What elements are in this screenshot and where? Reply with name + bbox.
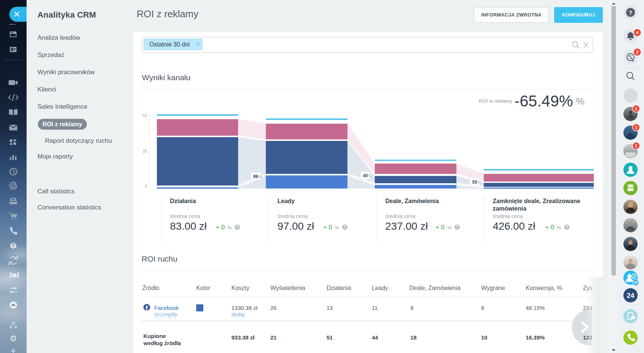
svg-text:1: 1 — [635, 144, 637, 148]
svg-text:%: % — [368, 174, 371, 178]
svg-text:%: % — [477, 180, 481, 184]
svg-text:25: 25 — [143, 149, 147, 153]
svg-text:24: 24 — [627, 292, 634, 299]
svg-text:%: % — [258, 175, 262, 179]
svg-text:1: 1 — [635, 106, 637, 111]
svg-text:86: 86 — [253, 174, 258, 179]
svg-text:4: 4 — [636, 30, 639, 35]
svg-text:51: 51 — [143, 113, 147, 118]
svg-text:55: 55 — [472, 179, 477, 185]
svg-text:1: 1 — [635, 125, 637, 130]
svg-text:0: 0 — [145, 184, 147, 188]
svg-text:2: 2 — [636, 50, 638, 54]
svg-text:?: ? — [629, 9, 632, 16]
svg-text:40: 40 — [363, 173, 368, 178]
